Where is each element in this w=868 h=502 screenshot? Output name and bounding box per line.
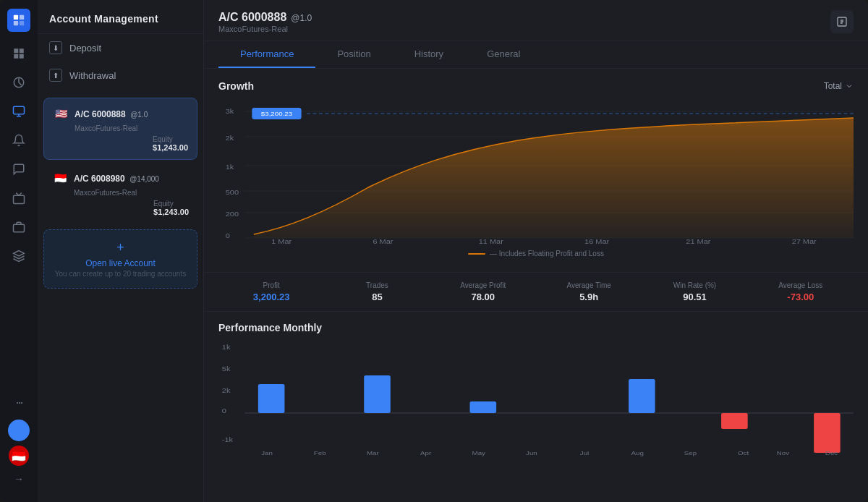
trades-value: 85 [324,292,430,302]
account-sub-1: MaxcoFutures-Real [75,124,188,132]
svg-text:Jan: Jan [261,450,273,456]
bell-icon[interactable] [6,127,32,153]
svg-text:Nov: Nov [777,450,790,456]
withdrawal-icon: ⬆ [49,69,62,82]
svg-text:Mar: Mar [367,450,379,456]
svg-text:Sep: Sep [684,450,697,456]
account-badge-2: @14,000 [129,175,159,183]
chat-icon[interactable] [6,156,32,182]
svg-rect-39 [470,401,497,413]
monitor-icon[interactable] [6,98,32,124]
svg-text:1k: 1k [226,163,235,171]
total-dropdown[interactable]: Total [824,81,854,91]
accounts-list: 🇺🇸 A/C 6000888 @1.0 MaxcoFutures-Real Eq… [38,89,203,502]
stats-row: Profit 3,200.23 Trades 85 Average Profit… [204,273,868,312]
account-name-2: A/C 6008980 [74,174,125,184]
growth-chart: 3k 2k 1k 500 200 0 1 M [218,101,854,245]
account-card-2[interactable]: 🇮🇩 A/C 6008980 @14,000 MaxcoFutures-Real… [43,163,197,224]
content-area: Growth Total 3k 2k 1k 500 200 0 [204,69,868,502]
deposit-nav[interactable]: ⬇ Deposit [38,34,203,61]
svg-text:6 Mar: 6 Mar [373,238,393,245]
language-flag[interactable]: 🇮🇩 [9,446,29,466]
win-rate-label: Win Rate (%) [642,281,747,289]
account-card-1[interactable]: 🇺🇸 A/C 6000888 @1.0 MaxcoFutures-Real Eq… [43,98,197,160]
legend-text: — Includes Floating Profit and Loss [490,250,604,258]
briefcase-icon[interactable] [6,214,32,240]
stat-avg-profit: Average Profit 78.00 [430,281,536,302]
win-rate-value: 90.51 [642,292,747,302]
open-live-account-btn[interactable]: + Open live Account You can create up to… [43,229,197,289]
svg-text:-1k: -1k [222,436,234,443]
profit-value: 3,200.23 [218,292,324,302]
performance-monthly-title: Performance Monthly [218,322,854,333]
svg-rect-2 [14,21,18,25]
svg-rect-6 [14,195,25,203]
svg-rect-1 [20,15,24,20]
deposit-label: Deposit [69,43,101,54]
svg-text:11 Mar: 11 Mar [479,238,504,245]
user-avatar[interactable] [8,420,30,441]
svg-text:Feb: Feb [314,450,326,456]
svg-rect-3 [20,21,24,25]
equity-label-1: Equity [153,135,188,143]
svg-text:Jun: Jun [526,450,537,456]
svg-rect-40 [629,379,655,413]
main-content: A/C 6000888 @1.0 MaxcoFutures-Real Perfo… [204,0,868,502]
account-sub-2: MaxcoFutures-Real [74,189,189,197]
legend-line [468,253,485,255]
tab-position[interactable]: Position [315,41,392,68]
svg-text:$3,200.23: $3,200.23 [261,111,292,117]
avg-loss-value: -73.00 [748,292,854,302]
dashboard-icon[interactable] [6,41,32,67]
icon-sidebar: ··· 🇮🇩 → [0,0,38,502]
withdrawal-nav[interactable]: ⬆ Withdrawal [38,61,203,89]
withdrawal-label: Withdrawal [69,70,116,81]
svg-rect-42 [814,413,841,453]
left-panel-header: Account Management [38,0,203,34]
equity-label-2: Equity [153,200,189,208]
left-panel: Account Management ⬇ Deposit ⬆ Withdrawa… [38,0,204,502]
tab-general[interactable]: General [465,41,542,68]
performance-monthly-section: Performance Monthly 1k 5k 2k 0 -1k [204,312,868,467]
svg-rect-38 [364,375,391,413]
layers-icon[interactable] [6,243,32,269]
svg-text:16 Mar: 16 Mar [584,238,610,245]
svg-text:Oct: Oct [738,450,749,456]
svg-text:Apr: Apr [420,450,431,456]
profit-label: Profit [218,281,324,289]
svg-text:3k: 3k [226,108,235,115]
svg-text:0: 0 [226,232,231,239]
stat-profit: Profit 3,200.23 [218,281,324,302]
svg-text:May: May [472,450,486,456]
bar-chart: 1k 5k 2k 0 -1k [218,341,854,456]
trades-label: Trades [324,281,430,289]
chart-icon[interactable] [6,69,32,95]
svg-rect-5 [14,106,25,114]
avg-profit-value: 78.00 [430,292,536,302]
account-title: A/C 6000888 @1.0 MaxcoFutures-Real [218,11,312,33]
tv-icon[interactable] [6,185,32,211]
plus-icon: + [53,240,188,255]
tab-history[interactable]: History [393,41,465,68]
svg-rect-41 [721,413,748,429]
svg-text:27 Mar: 27 Mar [792,238,817,245]
expand-arrow[interactable]: → [6,470,32,488]
svg-rect-7 [14,224,25,232]
svg-text:1 Mar: 1 Mar [271,238,292,245]
main-account-badge: @1.0 [291,13,312,23]
equity-value-1: $1,243.00 [153,143,188,152]
more-icon[interactable]: ··· [6,389,32,415]
chart-legend: — Includes Floating Profit and Loss [218,245,854,260]
account-name-1: A/C 6000888 [75,109,126,119]
tab-performance[interactable]: Performance [218,41,315,68]
open-live-sub: You can create up to 20 trading accounts [53,270,188,278]
svg-text:500: 500 [226,189,239,196]
app-logo[interactable] [7,9,30,32]
svg-rect-37 [258,384,285,413]
svg-text:200: 200 [226,210,239,218]
svg-marker-8 [14,251,25,257]
settings-button[interactable] [830,10,854,33]
main-header: A/C 6000888 @1.0 MaxcoFutures-Real [204,0,868,41]
account-badge-1: @1.0 [130,111,148,119]
svg-text:0: 0 [222,407,227,414]
